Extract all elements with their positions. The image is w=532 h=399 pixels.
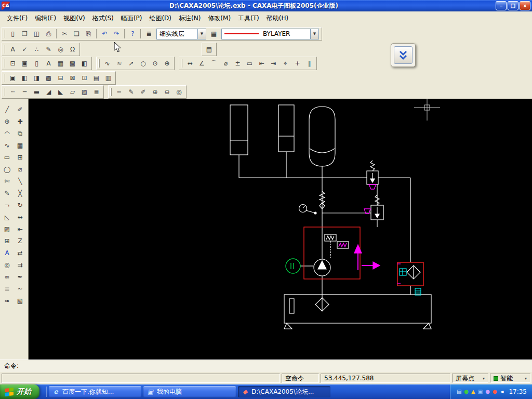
chamfer-button[interactable]: ◺ <box>2 211 13 223</box>
save-file-button[interactable]: ◫ <box>31 28 43 39</box>
open-file-button[interactable]: ❐ <box>19 28 31 39</box>
copy-button[interactable]: ❏ <box>71 28 83 39</box>
query-button[interactable]: ◎ <box>55 44 66 55</box>
messenger-tray-icon[interactable]: ● <box>485 389 490 394</box>
restore-button[interactable]: ❐ <box>508 1 518 10</box>
dim-linear-button[interactable]: ↔ <box>184 58 196 69</box>
help-button[interactable]: ? <box>127 28 139 39</box>
stretch-button[interactable]: ↔ <box>15 211 26 223</box>
taskbar-task-1[interactable]: ▣我的电脑 <box>143 386 236 397</box>
dimension-style-button[interactable]: ✓ <box>19 44 31 55</box>
layout-button[interactable]: ◧ <box>78 58 90 69</box>
hatch-right-button[interactable]: ◣ <box>55 86 66 98</box>
block-library-button[interactable]: ▩ <box>43 72 55 84</box>
options-button[interactable]: ▤ <box>203 44 215 55</box>
dim-center-button[interactable]: ⌖ <box>280 58 291 69</box>
draw-spline-button[interactable]: ∿ <box>2 140 13 151</box>
leader-button[interactable]: ↗ <box>125 58 137 69</box>
edit-pencil-button[interactable]: ✐ <box>137 86 149 98</box>
trim-button[interactable]: ✄ <box>2 176 13 187</box>
pen-style-button[interactable]: ✒ <box>15 271 26 283</box>
rotate-button[interactable]: ↻ <box>15 200 26 211</box>
block-text-button[interactable]: ⊞ <box>2 235 13 247</box>
taskbar-clock[interactable]: 17:35 <box>509 388 527 395</box>
paste-button[interactable]: ⎘ <box>83 28 95 39</box>
dim-arc-button[interactable]: ⌒ <box>208 58 220 69</box>
block-create-button[interactable]: ▣ <box>7 72 19 84</box>
circle-button[interactable]: ○ <box>137 58 149 69</box>
toolbar-grip[interactable] <box>4 59 5 68</box>
dim-datum-left-button[interactable]: ⇤ <box>256 58 268 69</box>
break-corner-button[interactable]: ¬ <box>2 200 13 211</box>
sketch-button[interactable]: ≈ <box>113 58 125 69</box>
menu-file[interactable]: 文件(F) <box>3 12 31 24</box>
update-shield-tray-icon[interactable]: ▲ <box>471 389 475 394</box>
style-manager-button[interactable]: ✎ <box>43 44 55 55</box>
offset-button[interactable]: ⇉ <box>15 259 26 271</box>
snap-dropdown-icon[interactable]: ▾ <box>525 376 527 381</box>
pick-dropdown-icon[interactable]: ▾ <box>483 376 485 381</box>
text-button[interactable]: A <box>2 247 13 259</box>
draw-arc-button[interactable]: ◠ <box>2 128 13 139</box>
menu-paper[interactable]: 幅面(P) <box>117 12 146 24</box>
draw-rectangle-button[interactable]: ▭ <box>2 152 13 163</box>
close-button[interactable]: × <box>520 1 530 10</box>
layer-combo-arrow-icon[interactable]: ▼ <box>197 29 206 39</box>
redo-button[interactable]: ↷ <box>111 28 123 39</box>
crop-button[interactable]: ⧄ <box>15 164 26 175</box>
menu-view[interactable]: 视图(V) <box>60 12 89 24</box>
color-combo[interactable]: BYLAYER ▼ <box>221 29 319 39</box>
table-button[interactable]: ▦ <box>55 58 66 69</box>
block-attrib-button[interactable]: ◨ <box>31 72 43 84</box>
menu-draw[interactable]: 绘图(D) <box>145 12 175 24</box>
network-tray-icon[interactable]: ▣ <box>478 389 483 394</box>
layer-settings-button[interactable]: ≣ <box>143 28 155 39</box>
toolbar-grip[interactable] <box>4 74 5 82</box>
block-insert-button[interactable]: ◧ <box>19 72 31 84</box>
taskbar-task-2[interactable]: ◆D:\CAXA2005\论坛... <box>238 386 330 397</box>
toolbar-grip[interactable] <box>4 30 5 38</box>
alert-tray-icon[interactable]: ● <box>493 389 497 394</box>
link-button[interactable]: ∞ <box>2 271 13 283</box>
text-display-button[interactable]: A <box>43 58 55 69</box>
menu-edit[interactable]: 编辑(E) <box>31 12 60 24</box>
inspect-button[interactable]: ◎ <box>173 86 185 98</box>
dotted-line-button[interactable]: ┉ <box>113 86 125 98</box>
status-pick-mode[interactable]: 屏幕点 ▾ <box>452 374 488 383</box>
object-list-button[interactable]: ≡ <box>2 283 13 295</box>
drawing-canvas[interactable] <box>29 99 532 360</box>
zoom-window-button[interactable]: ⊡ <box>7 58 19 69</box>
antivirus-tray-icon[interactable]: ● <box>464 389 469 394</box>
parallelogram-button[interactable]: ▱ <box>66 86 78 98</box>
swap-button[interactable]: ⇄ <box>15 247 26 259</box>
array-button[interactable]: ▦ <box>15 140 26 151</box>
block-edit-button[interactable]: ⊟ <box>55 72 66 84</box>
linetype-solid-button[interactable]: ─ <box>19 86 31 98</box>
new-view-button[interactable]: ▯ <box>31 58 43 69</box>
undo-button[interactable]: ↶ <box>99 28 111 39</box>
menu-tools[interactable]: 工具(T) <box>234 12 263 24</box>
volume-tray-icon[interactable]: ◄ <box>500 389 504 394</box>
mirror-button[interactable]: ⧉ <box>15 128 26 139</box>
layer-colors-button[interactable]: ▩ <box>66 58 78 69</box>
block-explode-button[interactable]: ⊠ <box>66 72 78 84</box>
wave-line-button[interactable]: ≈ <box>2 295 13 307</box>
point-style-button[interactable]: ∴ <box>31 44 43 55</box>
dim-frame-button[interactable]: ▭ <box>244 58 256 69</box>
draw-ellipse-button[interactable]: ◯ <box>2 164 13 175</box>
dim-cross-button[interactable]: + <box>291 58 303 69</box>
print-button[interactable]: ⎙ <box>43 28 55 39</box>
linetype-dash-button[interactable]: ┄ <box>7 86 19 98</box>
fill-pattern-button[interactable]: ▨ <box>78 86 90 98</box>
ole-object-button[interactable]: ⊡ <box>78 72 90 84</box>
erase-button[interactable]: ╳ <box>15 188 26 199</box>
inspect-zoom-button[interactable]: ◎ <box>2 259 13 271</box>
show-image-button[interactable]: ▣ <box>19 58 31 69</box>
line-width-button[interactable]: ▦ <box>208 28 220 39</box>
line-bold-button[interactable]: ▬ <box>31 86 43 98</box>
symbols-button[interactable]: Ω <box>66 44 78 55</box>
dim-angular-button[interactable]: ∠ <box>196 58 208 69</box>
window-select-button[interactable]: ⊞ <box>15 152 26 163</box>
rollup-button[interactable] <box>394 46 413 64</box>
hatch-button[interactable]: ▨ <box>2 223 13 235</box>
